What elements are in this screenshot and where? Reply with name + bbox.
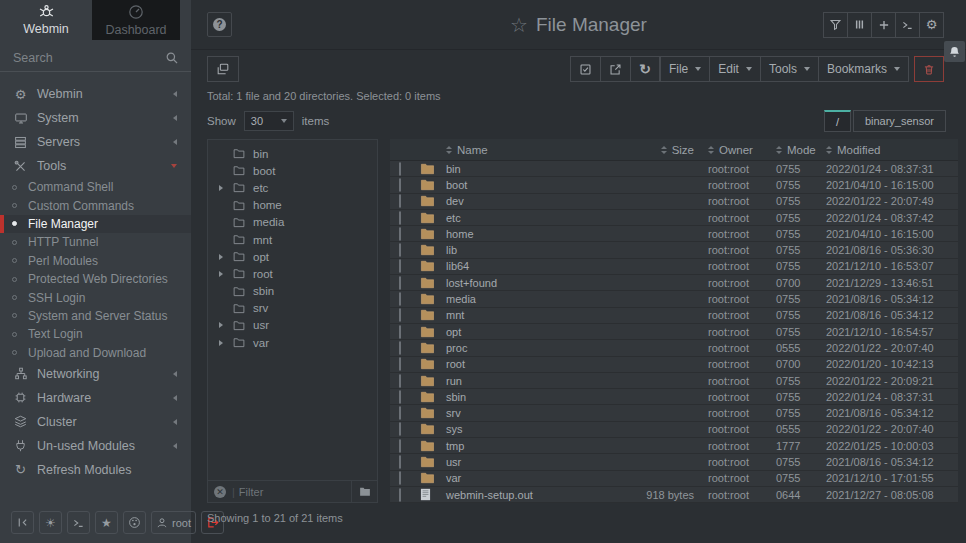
table-row[interactable]: proc root:root 0555 2022/01/22 - 20:07:4… (390, 340, 958, 356)
table-row[interactable]: bin root:root 0755 2022/01/24 - 08:37:31 (390, 161, 958, 177)
sidebar-subitem[interactable]: File Manager (0, 215, 191, 233)
expand-arrow-icon[interactable] (219, 271, 223, 277)
sidebar-subitem[interactable]: Custom Commands (0, 196, 191, 214)
trash-button[interactable] (914, 56, 944, 82)
table-row[interactable]: opt root:root 0755 2021/12/10 - 16:54:57 (390, 324, 958, 340)
row-checkbox[interactable] (399, 357, 401, 371)
table-row[interactable]: lib root:root 0755 2021/08/16 - 05:36:30 (390, 242, 958, 258)
open-in-new-button[interactable] (600, 56, 631, 82)
filter-button[interactable] (823, 12, 848, 38)
row-checkbox[interactable] (399, 243, 401, 257)
search-input[interactable] (0, 44, 191, 71)
row-checkbox[interactable] (399, 390, 401, 404)
tree-item[interactable]: media (208, 214, 377, 231)
row-checkbox[interactable] (399, 162, 401, 176)
row-checkbox[interactable] (399, 227, 401, 241)
row-checkbox[interactable] (399, 488, 401, 502)
table-row[interactable]: mnt root:root 0755 2021/08/16 - 05:34:12 (390, 308, 958, 324)
row-checkbox[interactable] (399, 308, 401, 322)
table-row[interactable]: tmp root:root 1777 2022/01/25 - 10:00:03 (390, 438, 958, 454)
breadcrumb-root[interactable]: / (824, 110, 851, 132)
refresh-button[interactable]: ↻ (630, 56, 660, 82)
table-row[interactable]: home root:root 0755 2021/04/10 - 16:15:0… (390, 226, 958, 242)
row-checkbox[interactable] (399, 211, 401, 225)
column-header-owner[interactable]: Owner (708, 144, 776, 156)
sidebar-item-tools[interactable]: Tools (0, 154, 191, 178)
tree-item[interactable]: etc (208, 179, 377, 196)
settings-button[interactable]: ⚙ (919, 12, 944, 38)
shell-button[interactable] (895, 12, 920, 38)
show-directories-button[interactable] (351, 481, 377, 502)
sidebar-subitem[interactable]: System and Server Status (0, 307, 191, 325)
row-checkbox[interactable] (399, 471, 401, 485)
user-button[interactable]: root (151, 511, 196, 534)
row-checkbox[interactable] (399, 292, 401, 306)
theme-toggle-button[interactable]: ☀ (39, 511, 62, 534)
tree-item[interactable]: root (208, 265, 377, 282)
tree-item[interactable]: home (208, 197, 377, 214)
sidebar-item-system[interactable]: System (0, 106, 191, 130)
sidebar-subitem[interactable]: Text Login (0, 325, 191, 343)
row-checkbox[interactable] (399, 406, 401, 420)
table-row[interactable]: webmin-setup.out 918 bytes root:root 064… (390, 487, 958, 503)
expand-arrow-icon[interactable] (219, 340, 223, 346)
column-header-modified[interactable]: Modified (826, 144, 958, 156)
clone-tab-button[interactable] (207, 56, 239, 82)
row-checkbox[interactable] (399, 374, 401, 388)
select-all-button[interactable] (570, 56, 601, 82)
row-checkbox[interactable] (399, 178, 401, 192)
tab-webmin[interactable]: Webmin (0, 0, 92, 40)
table-row[interactable]: etc root:root 0755 2022/01/24 - 08:37:42 (390, 210, 958, 226)
sidebar-subitem[interactable]: Upload and Download (0, 344, 191, 362)
clear-filter-icon[interactable]: ✕ (214, 486, 226, 498)
columns-button[interactable] (847, 12, 872, 38)
sidebar-item-networking[interactable]: Networking (0, 362, 191, 386)
terminal-button[interactable] (67, 511, 90, 534)
row-checkbox[interactable] (399, 276, 401, 290)
tab-dashboard[interactable]: Dashboard (92, 0, 180, 40)
breadcrumb-path[interactable]: binary_sensor (853, 110, 946, 132)
favorites-button[interactable]: ★ (95, 511, 118, 534)
tree-item[interactable]: var (208, 334, 377, 351)
table-row[interactable]: srv root:root 0755 2021/08/16 - 05:34:12 (390, 405, 958, 421)
palette-button[interactable] (123, 511, 146, 534)
sidebar-subitem[interactable]: Protected Web Directories (0, 270, 191, 288)
menu-button[interactable]: Tools (760, 56, 819, 82)
tree-item[interactable]: mnt (208, 231, 377, 248)
table-row[interactable]: media root:root 0755 2021/08/16 - 05:34:… (390, 291, 958, 307)
column-header-mode[interactable]: Mode (776, 144, 826, 156)
table-row[interactable]: sbin root:root 0755 2022/01/24 - 08:37:3… (390, 389, 958, 405)
sidebar-item-hardware[interactable]: Hardware (0, 386, 191, 410)
sidebar-item-unused-modules[interactable]: Un-used Modules (0, 434, 191, 458)
table-row[interactable]: var root:root 0755 2021/12/10 - 17:01:55 (390, 471, 958, 487)
menu-button[interactable]: Bookmarks (818, 56, 909, 82)
table-row[interactable]: usr root:root 0755 2021/08/16 - 05:34:12 (390, 454, 958, 470)
table-row[interactable]: root root:root 0700 2022/01/20 - 10:42:1… (390, 357, 958, 373)
add-button[interactable] (871, 12, 896, 38)
tree-item[interactable]: usr (208, 317, 377, 334)
row-checkbox[interactable] (399, 341, 401, 355)
expand-arrow-icon[interactable] (219, 254, 223, 260)
sidebar-item-webmin[interactable]: ⚙ Webmin (0, 82, 191, 106)
sidebar-item-cluster[interactable]: Cluster (0, 410, 191, 434)
table-row[interactable]: run root:root 0755 2022/01/22 - 20:09:21 (390, 373, 958, 389)
row-checkbox[interactable] (399, 422, 401, 436)
column-header-size[interactable]: Size (603, 144, 708, 156)
column-header-name[interactable]: Name (446, 144, 603, 156)
table-row[interactable]: boot root:root 0755 2021/04/10 - 16:15:0… (390, 177, 958, 193)
sidebar-subitem[interactable]: Command Shell (0, 178, 191, 196)
row-checkbox[interactable] (399, 259, 401, 273)
sidebar-item-servers[interactable]: Servers (0, 130, 191, 154)
table-row[interactable]: lost+found root:root 0700 2021/12/29 - 1… (390, 275, 958, 291)
menu-button[interactable]: File (660, 56, 710, 82)
table-row[interactable]: sys root:root 0555 2022/01/22 - 20:07:40 (390, 422, 958, 438)
tree-item[interactable]: bin (208, 145, 377, 162)
sidebar-subitem[interactable]: SSH Login (0, 288, 191, 306)
menu-button[interactable]: Edit (709, 56, 761, 82)
row-checkbox[interactable] (399, 455, 401, 469)
notifications-button[interactable] (944, 41, 965, 62)
sidebar-subitem[interactable]: Perl Modules (0, 252, 191, 270)
table-row[interactable]: dev root:root 0755 2022/01/22 - 20:07:49 (390, 194, 958, 210)
tree-filter-input[interactable] (239, 486, 351, 498)
favorite-star-icon[interactable]: ☆ (510, 13, 528, 37)
